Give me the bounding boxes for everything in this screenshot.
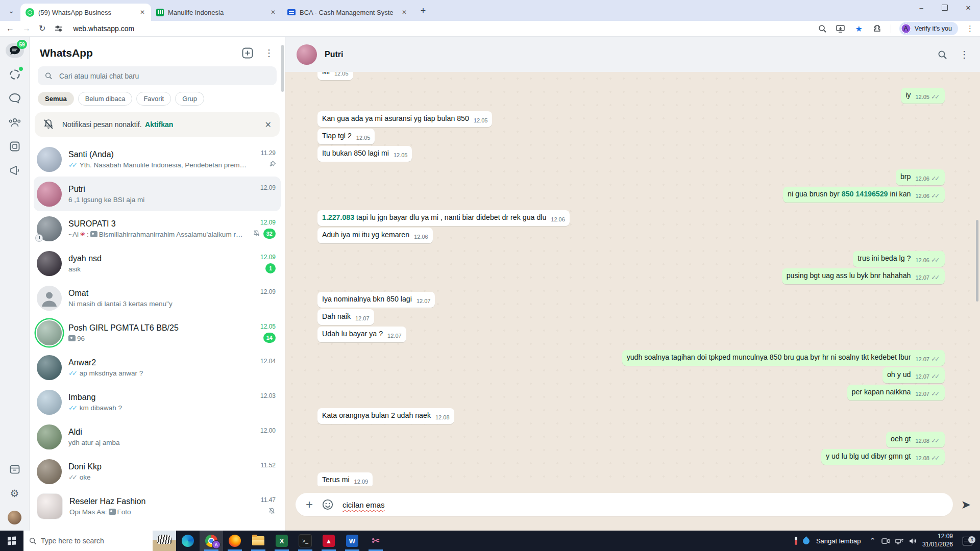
tab-search-button[interactable]: ⌄ [4,4,18,18]
message-bubble[interactable]: brp12.06 ✓✓ [896,169,945,185]
chat-list-item[interactable]: Anwar2 ✓✓ap mksdnya anwar ? 12.04 [34,350,281,385]
taskbar-app-chrome[interactable]: A [200,531,223,551]
rail-broadcast-icon[interactable] [6,163,24,178]
sidebar-scrollbar[interactable] [281,45,284,92]
message-bubble[interactable]: Aduh iya mi itu yg kemaren12.06 [317,228,433,243]
send-icon[interactable]: ➤ [961,499,971,511]
new-chat-icon[interactable] [242,47,253,59]
message-bubble[interactable]: iy12.05 ✓✓ [901,88,945,104]
taskbar-app-word[interactable]: W [340,531,364,551]
reload-icon[interactable]: ↻ [39,24,45,33]
rail-chats-icon[interactable]: 59 [6,43,24,58]
back-icon[interactable]: ← [6,24,14,33]
tab-manulife[interactable]: Manulife Indonesia ✕ [151,4,282,21]
message-bubble[interactable]: Kan gua ada ya mi asuransi yg tiap bulan… [317,111,492,127]
message-bubble[interactable]: Dah naik12.07 [317,309,374,325]
profile-chip[interactable]: A Verify it's you [899,22,958,35]
chat-list-item[interactable]: SUROPATI 3 ~Ai❀:Bismillahirrahmanirrahim… [34,211,281,246]
close-button[interactable]: ✕ [957,0,980,15]
maximize-button[interactable] [933,0,957,15]
chat-list-item[interactable]: Reseler Haz Fashion Opi Mas Aa:Foto 11.4… [34,489,281,523]
link-number[interactable]: 1.227.083 [322,213,354,221]
network-icon[interactable] [895,538,903,544]
contact-avatar[interactable] [297,44,317,65]
taskbar-app-acrobat[interactable]: ▲ [317,531,340,551]
emoji-sticker-icon[interactable] [322,498,334,511]
search-input[interactable] [58,71,270,81]
taskbar-app-firefox[interactable] [223,531,247,551]
filter-chip-grup[interactable]: Grup [175,92,204,106]
tab-bca[interactable]: BCA - Cash Management Syste ✕ [282,4,413,21]
contact-name[interactable]: Putri [325,50,343,59]
taskbar-app-excel[interactable]: X [270,531,293,551]
message-bubble[interactable]: oeh gt12.08 ✓✓ [886,432,945,447]
taskbar-search[interactable]: Type here to search [23,531,176,551]
weather-label[interactable]: Sangat lembap [816,537,861,545]
message-bubble[interactable]: Terus mi12.09 [317,472,373,486]
rail-archived-icon[interactable] [6,462,24,477]
taskbar-app-snip[interactable]: ✂ [364,531,387,551]
chat-list-item[interactable]: Aldi ydh atur aj amba 12.00 [34,419,281,454]
message-bubble[interactable]: Tiap tgl 212.05 [317,129,375,144]
message-bubble[interactable]: y ud lu blg ud dibyr gmn gt12.08 ✓✓ [821,449,945,465]
rail-tools-icon[interactable] [6,139,24,154]
forward-icon[interactable]: → [22,24,31,33]
attach-plus-icon[interactable]: + [306,498,313,511]
notice-close-icon[interactable]: ✕ [265,120,272,130]
rail-profile-avatar[interactable] [6,510,24,524]
message-bubble[interactable]: Mi12.05 [317,72,353,80]
tab-close-icon[interactable]: ✕ [138,8,147,17]
filter-chip-favorit[interactable]: Favorit [136,92,171,106]
message-bubble[interactable]: Iya nominalnya bkn 850 lagi12.07 [317,292,435,308]
conversation-menu-icon[interactable]: ⋮ [960,49,969,60]
tab-close-icon[interactable]: ✕ [268,8,278,17]
chat-list-item[interactable]: Santi (Anda) ✓✓Yth. Nasabah Manulife Ind… [34,142,281,177]
message-bubble[interactable]: Itu bukan 850 lagi mi12.05 [317,146,412,162]
chat-list-item[interactable]: Omat Ni masih di lantai 3 kertas menu"y … [34,281,281,315]
sidebar-menu-icon[interactable]: ⋮ [264,47,274,59]
message-bubble[interactable]: yudh soalnya tagihan doi tpkped munculny… [622,350,945,366]
settings-gear-icon[interactable]: ⚙ [6,486,24,500]
composer-input[interactable]: cicilan emas [342,500,385,509]
message-bubble[interactable]: trus ini beda lg ?12.06 ✓✓ [853,251,945,267]
filter-chip-belum-dibaca[interactable]: Belum dibaca [78,92,133,106]
chat-list-item[interactable]: Putri 6 ,1 lgsung ke BSI aja mi 12.09 [34,177,281,211]
chat-list-item[interactable]: dyah nsd asik 12.09 1 [34,246,281,281]
conversation-search-icon[interactable] [938,50,947,59]
taskbar-clock[interactable]: 12:09 31/01/2026 [922,533,953,548]
message-bubble[interactable]: pusing bgt uag ass lu byk bnr hahahah12.… [782,268,945,284]
message-bubble[interactable]: ni gua brusn byr 850 14196529 ini kan12.… [783,187,945,203]
action-center-icon[interactable]: 3 [959,537,976,545]
notice-action[interactable]: Aktifkan [145,120,173,129]
bookmark-star-icon[interactable]: ★ [854,23,864,34]
start-button[interactable] [0,531,23,551]
extensions-icon[interactable] [872,23,883,34]
message-bubble[interactable]: per kapan naikkna12.07 ✓✓ [847,385,945,400]
link-number[interactable]: 850 14196529 [842,190,888,198]
conversation-scrollbar[interactable] [976,220,978,302]
chat-search-bar[interactable] [38,66,277,85]
message-bubble[interactable]: oh y ud12.07 ✓✓ [883,367,945,383]
taskbar-app-edge[interactable] [176,531,200,551]
meet-now-icon[interactable] [881,538,890,544]
taskbar-app-explorer[interactable] [247,531,270,551]
rail-communities-icon[interactable] [6,115,24,130]
chat-list-item[interactable]: Posh GIRL PGMTA LT6 BB/25 96 12.05 14 [34,315,281,350]
rail-status-icon[interactable] [6,67,24,82]
save-cast-icon[interactable] [836,23,846,34]
site-info-icon[interactable] [54,23,64,34]
rail-channels-icon[interactable] [6,91,24,106]
taskbar-app-terminal[interactable]: >_ [293,531,317,551]
chat-list-item[interactable]: Imbang ✓✓km dibawah ? 12.03 [34,385,281,419]
tab-whatsapp[interactable]: (59) WhatsApp Business ✕ [20,4,151,21]
new-tab-button[interactable]: + [416,4,430,18]
conversation-header[interactable]: Putri ⋮ [285,37,980,72]
tray-chevron-icon[interactable]: ⌃ [869,536,876,545]
tab-close-icon[interactable]: ✕ [400,8,409,17]
message-bubble[interactable]: Kata orangnya bulan 2 udah naek12.08 [317,408,454,424]
filter-chip-semua[interactable]: Semua [38,92,74,106]
message-bubble[interactable]: Udah lu bayar ya ?12.07 [317,327,406,342]
url-text[interactable]: web.whatsapp.com [73,24,134,33]
volume-icon[interactable] [909,538,917,544]
chat-list-item[interactable]: Doni Kkp ✓✓oke 11.52 [34,454,281,489]
